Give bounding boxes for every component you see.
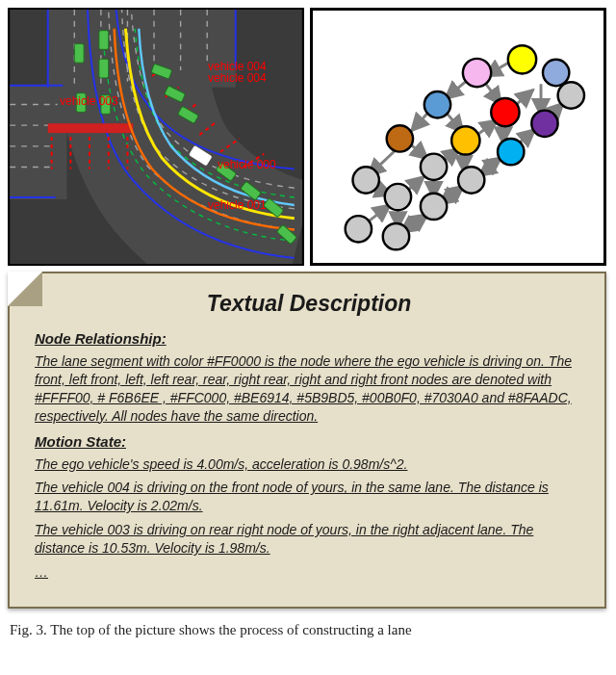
paper-fold-corner [8, 272, 42, 306]
svg-rect-18 [99, 59, 109, 78]
motion-line-ellipsis: … [35, 563, 583, 582]
node-left-front [463, 59, 491, 87]
node-left-rear [387, 125, 413, 151]
lane-graph-panel [310, 8, 606, 266]
road-svg [10, 10, 302, 264]
svg-point-56 [385, 184, 411, 210]
label-vehicle-000: vehicle 000 [218, 158, 276, 171]
svg-point-61 [558, 82, 584, 108]
svg-point-54 [346, 216, 372, 242]
description-title: Textual Description [35, 291, 583, 317]
svg-point-60 [458, 167, 484, 193]
svg-point-55 [383, 223, 409, 249]
svg-point-57 [353, 167, 379, 193]
textual-description-card: Textual Description Node Relationship: T… [8, 272, 606, 609]
section-motion-state: Motion State: [35, 433, 583, 450]
svg-rect-16 [74, 43, 84, 63]
label-vehicle-003: vehicle 003 [60, 94, 118, 108]
section-node-relationship: Node Relationship: [35, 330, 583, 347]
road-view-panel: vehicle 003 vehicle 004 vehicle 004 vehi… [8, 8, 304, 266]
lane-graph-svg [313, 11, 603, 263]
node-right [531, 111, 557, 137]
figure-top-row: vehicle 003 vehicle 004 vehicle 004 vehi… [8, 8, 608, 266]
svg-rect-2 [10, 86, 66, 199]
node-right-rear [498, 139, 524, 165]
svg-point-58 [421, 194, 447, 220]
figure-caption: Fig. 3. The top of the picture shows the… [8, 620, 608, 639]
svg-point-59 [421, 154, 447, 180]
node-rear [424, 91, 450, 117]
node-right-front [543, 60, 569, 86]
node-relationship-text: The lane segment with color #FF0000 is t… [35, 352, 583, 426]
svg-rect-17 [99, 31, 109, 50]
motion-line-1: The vehicle 004 is driving on the front … [35, 479, 583, 515]
svg-rect-8 [48, 123, 134, 133]
motion-line-2: The vehicle 003 is driving on rear right… [35, 521, 583, 558]
node-ego [491, 98, 519, 126]
node-front [508, 45, 536, 73]
label-vehicle-001: vehicle 001 [208, 198, 267, 212]
label-vehicle-004-b: vehicle 004 [208, 71, 267, 85]
motion-line-0: The ego vehicle's speed is 4.00m/s, acce… [35, 455, 583, 474]
node-left [451, 126, 479, 154]
